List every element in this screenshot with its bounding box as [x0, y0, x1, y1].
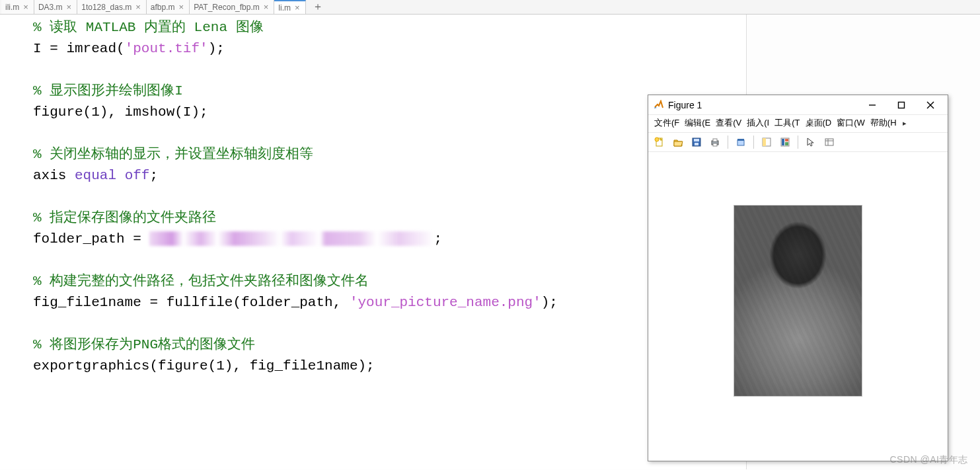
- svg-rect-8: [694, 139, 699, 141]
- open-folder-icon[interactable]: [671, 135, 685, 149]
- tab-label: PAT_Recon_fbp.m: [194, 3, 260, 12]
- svg-rect-12: [713, 143, 717, 146]
- data-cursor-icon[interactable]: [759, 135, 774, 149]
- code-editor[interactable]: % 读取 MATLAB 内置的 Lena 图像 I = imread('pout…: [0, 15, 747, 469]
- svg-rect-13: [737, 140, 744, 145]
- figure-titlebar[interactable]: Figure 1: [648, 95, 948, 115]
- svg-rect-18: [782, 139, 784, 145]
- svg-rect-20: [785, 142, 788, 145]
- code-text: );: [541, 295, 558, 310]
- toolbar-separator: [728, 136, 728, 149]
- inspect-icon[interactable]: [822, 135, 837, 149]
- menu-overflow-icon[interactable]: ▸: [900, 119, 907, 128]
- displayed-image: [734, 205, 862, 397]
- close-icon[interactable]: ×: [134, 2, 142, 12]
- menu-desktop[interactable]: 桌面(D: [804, 116, 834, 130]
- editor-tab[interactable]: 1to128_das.m ×: [77, 0, 147, 14]
- tab-label: afbp.m: [151, 3, 175, 12]
- close-icon[interactable]: ×: [65, 2, 73, 12]
- menu-view[interactable]: 查看(V: [714, 116, 743, 130]
- menu-insert[interactable]: 插入(I: [745, 116, 771, 130]
- menu-tools[interactable]: 工具(T: [773, 116, 802, 130]
- code-comment: % 读取 MATLAB 内置的 Lena 图像: [33, 20, 264, 35]
- tab-label: ili.m: [5, 3, 19, 12]
- code-line: exportgraphics(figure(1), fig_file1name)…: [33, 358, 375, 373]
- code-text: ;: [149, 168, 158, 183]
- toolbar-separator: [798, 136, 798, 149]
- maximize-button[interactable]: [887, 96, 916, 114]
- print-icon[interactable]: [708, 135, 722, 149]
- menu-window[interactable]: 窗口(W: [835, 116, 867, 130]
- code-string: 'your_picture_name.png': [350, 295, 541, 310]
- svg-rect-9: [695, 143, 698, 145]
- code-line: figure(1), imshow(I);: [33, 104, 208, 120]
- svg-rect-19: [785, 139, 788, 141]
- redacted-path: [149, 231, 433, 246]
- menu-help[interactable]: 帮助(H: [868, 116, 899, 130]
- svg-rect-1: [899, 102, 905, 108]
- svg-rect-21: [825, 139, 833, 145]
- figure-window[interactable]: Figure 1 文件(F 编辑(E 查看(V 插入(I 工具(T 桌面(D 窗…: [648, 95, 948, 461]
- close-icon[interactable]: ×: [22, 2, 30, 12]
- code-string: 'pout.tif': [125, 41, 208, 56]
- tab-label: DA3.m: [38, 3, 63, 12]
- matlab-icon: [654, 100, 664, 110]
- menu-edit[interactable]: 编辑(E: [683, 116, 712, 130]
- code-text: folder_path =: [33, 231, 149, 247]
- editor-tab[interactable]: DA3.m ×: [34, 0, 77, 14]
- svg-rect-16: [763, 138, 766, 146]
- menu-file[interactable]: 文件(F: [652, 116, 681, 130]
- new-file-icon[interactable]: [652, 135, 667, 149]
- svg-rect-14: [737, 139, 744, 141]
- code-comment: % 关闭坐标轴的显示，并设置坐标轴刻度相等: [33, 147, 313, 162]
- close-icon[interactable]: ×: [262, 2, 270, 12]
- tab-label: li.m: [278, 3, 291, 13]
- code-comment: % 指定保存图像的文件夹路径: [33, 210, 216, 225]
- editor-tab[interactable]: afbp.m ×: [147, 0, 190, 14]
- code-text: fig_file1name = fullfile(folder_path,: [33, 295, 350, 310]
- copy-figure-icon[interactable]: [734, 135, 748, 149]
- code-comment: % 将图形保存为PNG格式的图像文件: [33, 337, 255, 352]
- svg-point-6: [655, 137, 659, 141]
- editor-tab[interactable]: ili.m ×: [1, 0, 34, 14]
- editor-tabs-bar: ili.m × DA3.m × 1to128_das.m × afbp.m × …: [0, 0, 980, 15]
- tab-label: 1to128_das.m: [81, 3, 132, 12]
- code-line: I = imread(: [33, 41, 125, 56]
- figure-title: Figure 1: [668, 100, 858, 110]
- pointer-icon[interactable]: [804, 135, 818, 149]
- close-icon[interactable]: ×: [293, 3, 301, 13]
- figure-menubar: 文件(F 编辑(E 查看(V 插入(I 工具(T 桌面(D 窗口(W 帮助(H …: [648, 115, 948, 133]
- code-text: axis: [33, 168, 75, 183]
- editor-tab-active[interactable]: li.m ×: [274, 0, 305, 14]
- add-tab-button[interactable]: ＋: [306, 0, 330, 14]
- code-comment: % 构建完整的文件路径，包括文件夹路径和图像文件名: [33, 274, 369, 289]
- minimize-button[interactable]: [858, 96, 887, 114]
- svg-rect-11: [713, 139, 717, 141]
- code-keyword: equal off: [75, 168, 149, 183]
- save-icon[interactable]: [689, 135, 704, 149]
- close-button[interactable]: [916, 96, 945, 114]
- code-comment: % 显示图形并绘制图像I: [33, 83, 183, 98]
- colorbar-icon[interactable]: [778, 135, 792, 149]
- code-text: );: [208, 41, 225, 56]
- figure-toolbar: [648, 133, 948, 152]
- toolbar-separator: [753, 136, 754, 149]
- close-icon[interactable]: ×: [178, 2, 186, 12]
- figure-canvas: [648, 152, 948, 450]
- editor-tab[interactable]: PAT_Recon_fbp.m ×: [190, 0, 274, 14]
- watermark-text: CSDN @AI青年志: [890, 454, 969, 466]
